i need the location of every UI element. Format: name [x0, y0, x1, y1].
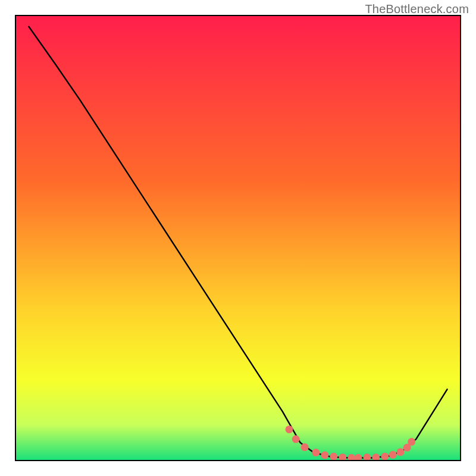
- data-dot: [397, 448, 405, 456]
- data-dot: [286, 425, 293, 433]
- data-dot: [330, 453, 337, 461]
- data-dot: [389, 451, 397, 459]
- data-dot: [321, 452, 328, 459]
- data-dot: [301, 443, 309, 451]
- data-dot: [408, 438, 415, 446]
- data-dot: [312, 449, 320, 456]
- data-dot: [381, 453, 389, 461]
- chart-svg: [0, 0, 476, 476]
- data-dot: [292, 436, 300, 443]
- bottleneck-chart-frame: TheBottleneck.com: [0, 0, 476, 476]
- gradient-background: [15, 15, 461, 461]
